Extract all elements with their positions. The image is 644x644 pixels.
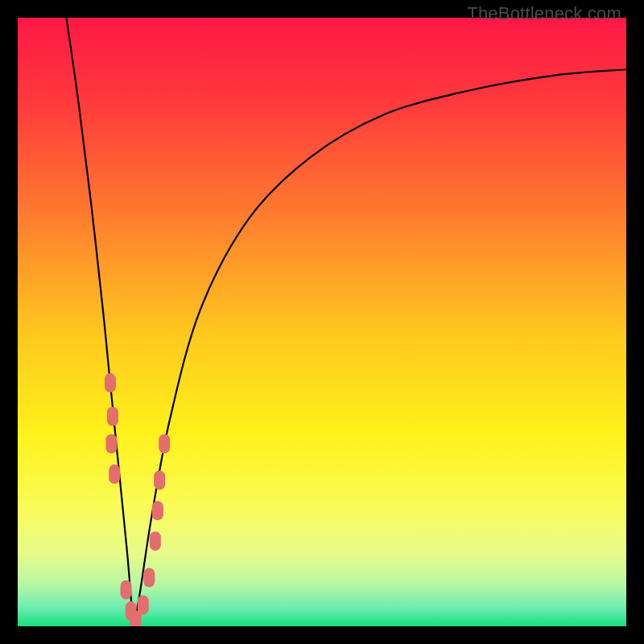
plot-area <box>18 18 626 626</box>
marker-pill <box>159 434 170 453</box>
marker-pill <box>152 501 163 520</box>
marker-pill <box>143 568 155 588</box>
watermark-text: TheBottleneck.com <box>467 3 621 24</box>
bottleneck-curve <box>18 18 626 626</box>
curve-right <box>134 69 626 626</box>
chart-frame: TheBottleneck.com <box>0 0 644 644</box>
marker-pill <box>107 407 118 426</box>
marker-pill <box>105 374 116 393</box>
marker-pill <box>105 434 117 453</box>
curve-left <box>66 18 133 626</box>
sample-markers <box>105 374 170 626</box>
marker-pill <box>150 531 161 551</box>
marker-pill <box>121 580 132 600</box>
marker-pill <box>138 596 149 615</box>
marker-pill <box>109 464 120 484</box>
marker-pill <box>154 471 165 490</box>
